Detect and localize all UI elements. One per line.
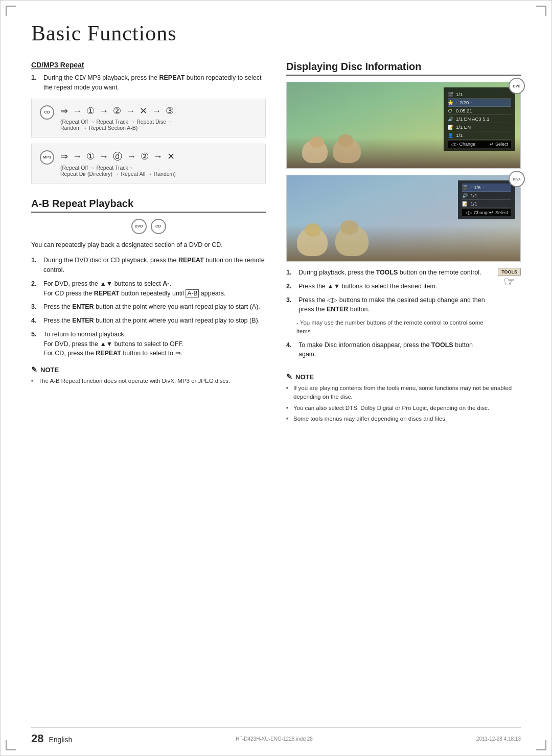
divx-info-row-audio: 🔊 1/1 <box>462 192 511 200</box>
chapter-icon: ⭐ <box>448 100 454 105</box>
info-row-audio: 🔊 1/1 EN AC3 5.1 <box>448 115 511 123</box>
dvd-badge-ab: DVD <box>131 219 147 234</box>
display-step-2: 2. Press the ▲▼ buttons to select the de… <box>286 282 488 291</box>
display-step-3: 3. Press the ◁▷ buttons to make the desi… <box>286 295 488 315</box>
time-value: 0:05:21 <box>456 108 472 113</box>
step-num-r2: 2. <box>286 282 294 291</box>
step-num-r4: 4. <box>286 340 294 360</box>
repeat-bold-3: REPEAT <box>96 350 121 357</box>
step-num-5: 5. <box>31 330 39 358</box>
cd-repeat-symbols: ⇒ → ① → ② → ✕ → ③ <box>60 105 175 117</box>
right-note-item-3: Some tools menus may differ depending on… <box>286 415 521 423</box>
right-note-item-1: If you are playing contents from the too… <box>286 384 521 402</box>
display-steps: 1. During playback, press the TOOLS butt… <box>286 268 488 314</box>
info-row-subtitle: 📝 1/1 EN <box>448 123 511 131</box>
display-step-1: 1. During playback, press the TOOLS butt… <box>286 268 488 278</box>
divx-audio-icon: 🔊 <box>462 193 468 198</box>
divx-info-overlay: 🎬 ‹ 1/6 › 🔊 1/1 📝 1/1 <box>458 180 515 219</box>
divx-info-row-file: 🎬 ‹ 1/6 › <box>462 184 511 192</box>
divx-file-value: 1/6 <box>474 185 480 190</box>
cd-repeat-label: (Repeat Off → Repeat Track → Repeat Disc… <box>60 119 175 131</box>
step-num-r3: 3. <box>286 295 294 315</box>
chapter-value: 2/20 <box>459 100 469 105</box>
divx-puppy2-head <box>340 220 358 235</box>
step-content-1: During the DVD disc or CD playback, pres… <box>43 256 266 275</box>
info-row-chapter: ⭐ ‹ 2/20 › <box>448 99 511 107</box>
page-language: English <box>49 736 72 744</box>
repeat-bold-2: REPEAT <box>94 290 120 297</box>
right-note: ✎ NOTE If you are playing contents from … <box>286 373 521 423</box>
mp3-repeat-symbols: ⇒ → ① → ⓓ → ② → ✕ <box>60 150 176 163</box>
divx-sub-icon: 📝 <box>462 201 468 207</box>
ab-step-1: 1. During the DVD disc or CD playback, p… <box>31 256 266 275</box>
right-note-label: NOTE <box>295 373 314 381</box>
corner-tr <box>536 6 546 16</box>
divx-info-row-sub: 📝 1/1 <box>462 200 511 208</box>
cd-mp3-steps: 1. During the CD/ MP3 playback, press th… <box>31 73 266 93</box>
divx-left-arrow: ‹ <box>470 185 472 190</box>
ab-symbol: A-B <box>186 289 199 297</box>
cd-badge-ab: CD <box>151 219 166 234</box>
step-content-5: To return to normal playback, For DVD, p… <box>43 330 266 358</box>
ab-step-2: 2. For DVD, press the ▲▼ buttons to sele… <box>31 279 266 299</box>
step-content-r4: To make Disc information disappear, pres… <box>298 340 488 360</box>
ab-note: ✎ NOTE The A-B Repeat function does not … <box>31 365 266 385</box>
ab-note-list: The A-B Repeat function does not operate… <box>31 377 266 385</box>
dvd-info-overlay: 🎬 1/1 ⭐ ‹ 2/20 › ⏱ 0:05:21 <box>444 87 515 151</box>
display-step-4: 4. To make Disc information disappear, p… <box>286 340 488 360</box>
right-note-item-2: You can also select DTS, Dolby Digital o… <box>286 404 521 413</box>
info-row-angle: 👤 1/1 <box>448 131 511 140</box>
dash-note: - You may use the number buttons of the … <box>286 318 488 336</box>
ab-step-5: 5. To return to normal playback, For DVD… <box>31 330 266 358</box>
left-column: CD/MP3 Repeat 1. During the CD/ MP3 play… <box>31 61 266 430</box>
corner-bl <box>6 740 16 750</box>
two-column-layout: CD/MP3 Repeat 1. During the CD/ MP3 play… <box>31 61 521 430</box>
right-note-title: ✎ NOTE <box>286 373 521 381</box>
divx-change-label: ◁▷ Change <box>465 210 490 215</box>
enter-bold-2: ENTER <box>72 317 94 324</box>
repeat-keyword: REPEAT <box>159 74 185 81</box>
divx-screenshot-wrapper: DivX 🎬 ‹ 1/6 › <box>286 175 521 262</box>
display-steps-cont: 4. To make Disc information disappear, p… <box>286 340 488 360</box>
ab-note-title: ✎ NOTE <box>31 365 266 374</box>
info-bar-dvd: ◁▷ Change ↵ Select <box>448 141 511 148</box>
enter-bold: ENTER <box>72 303 94 310</box>
dvd-screenshot: 🎬 1/1 ⭐ ‹ 2/20 › ⏱ 0:05:21 <box>286 82 521 169</box>
step-content: During the CD/ MP3 playback, press the R… <box>43 73 266 93</box>
page-number: 28 <box>31 732 43 745</box>
title-value: 1/1 <box>456 91 463 97</box>
select-label: ↵ Select <box>490 142 508 147</box>
info-row-title: 🎬 1/1 <box>448 90 511 99</box>
page-number-group: 28 English <box>31 732 72 745</box>
enter-bold-r: ENTER <box>327 306 348 313</box>
step-content-3: Press the ENTER button at the point wher… <box>43 302 266 312</box>
ab-intro: You can repeatedly play back a designate… <box>31 240 266 250</box>
divx-sub-value: 1/1 <box>470 201 477 207</box>
corner-br <box>536 740 546 750</box>
divx-audio-value: 1/1 <box>470 193 477 198</box>
step-content-4: Press the ENTER button at the point wher… <box>43 316 266 326</box>
divx-screenshot: 🎬 ‹ 1/6 › 🔊 1/1 📝 1/1 <box>286 175 521 262</box>
step-num-3: 3. <box>31 302 39 312</box>
puppy-1-head <box>310 136 324 148</box>
corner-tl <box>6 6 16 16</box>
mp3-badge: MP3 <box>40 150 54 165</box>
right-steps: 1. During playback, press the TOOLS butt… <box>286 268 488 365</box>
mp3-repeat-diagram: MP3 ⇒ → ① → ⓓ → ② → ✕ (Repeat Off → Repe… <box>31 144 266 184</box>
step-content-r2: Press the ▲▼ buttons to select the desir… <box>298 282 488 291</box>
audio-value: 1/1 EN AC3 5.1 <box>456 116 489 122</box>
cd-repeat-sequence: ⇒ → ① → ② → ✕ → ③ (Repeat Off → Repeat T… <box>60 105 175 131</box>
ab-note-item-1: The A-B Repeat function does not operate… <box>31 377 266 385</box>
displaying-disc-title: Displaying Disc Information <box>286 61 521 76</box>
cd-badge: CD <box>40 105 54 120</box>
ab-step-3: 3. Press the ENTER button at the point w… <box>31 302 266 312</box>
info-bar-divx: ◁▷ Change ↵ Select <box>462 209 511 216</box>
tools-illustration-wrapper: 1. During playback, press the TOOLS butt… <box>286 268 521 365</box>
step-num-2: 2. <box>31 279 39 299</box>
right-steps-with-tools: 1. During playback, press the TOOLS butt… <box>286 268 521 365</box>
footer-filename: HT-D423H-XU-ENG-1228.indd 28 <box>236 736 313 742</box>
step-number: 1. <box>31 73 39 93</box>
repeat-bold: REPEAT <box>178 257 204 264</box>
tools-bold-1: TOOLS <box>376 269 398 276</box>
info-row-time: ⏱ 0:05:21 <box>448 107 511 115</box>
